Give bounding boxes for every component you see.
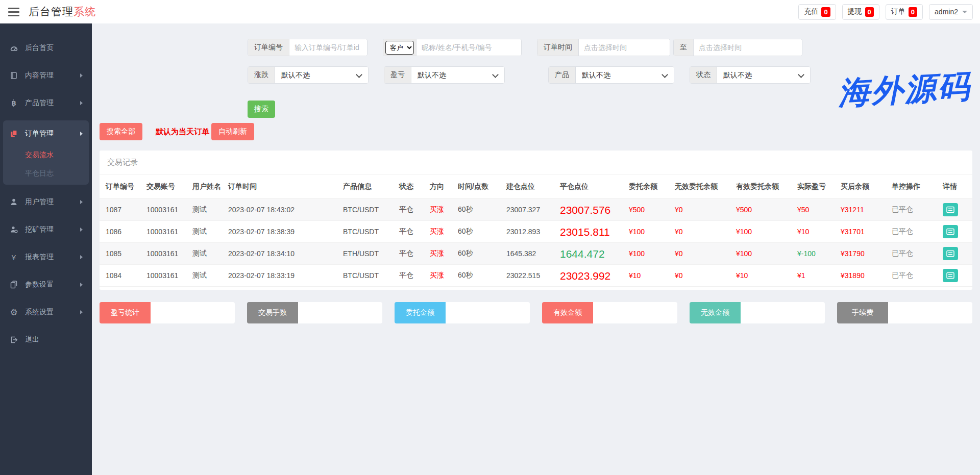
stat-fee: 手续费 (837, 302, 972, 323)
sidebar-item-order-management[interactable]: 订单管理 (3, 123, 89, 144)
order-id-filter: 订单编号 (248, 39, 368, 56)
orders-button[interactable]: 订单 0 (886, 4, 923, 20)
app-title: 后台管理系统 (29, 5, 96, 19)
detail-button[interactable] (943, 269, 958, 282)
product-select[interactable]: 默认不选 (576, 67, 674, 83)
order-time-label: 订单时间 (537, 39, 579, 56)
svg-text:B: B (11, 99, 16, 107)
table-row: 1084 10003161 测试 2023-02-07 18:33:19 BTC… (100, 265, 972, 287)
updown-label: 涨跌 (248, 67, 275, 83)
to-label: 至 (674, 39, 694, 56)
col-status: 状态 (397, 174, 428, 199)
chevron-right-icon (80, 255, 83, 259)
sidebar-subitem-close-log[interactable]: 平仓日志 (3, 164, 89, 183)
chevron-right-icon (80, 101, 83, 105)
col-account: 交易账号 (144, 174, 190, 199)
pnl-label: 盈亏 (384, 67, 411, 83)
search-button[interactable]: 搜索 (248, 101, 275, 118)
orders-copy-icon (9, 130, 18, 138)
col-time: 订单时间 (226, 174, 341, 199)
sidebar-item-system-settings[interactable]: ⚙ 系统设置 (0, 302, 92, 322)
stat-invalid-amount: 无效金额 (690, 302, 825, 323)
withdraw-button[interactable]: 提现 0 (842, 4, 879, 20)
product-filter: 产品 默认不选 (548, 66, 674, 84)
col-name: 用户姓名 (190, 174, 226, 199)
recharge-button[interactable]: 充值 0 (798, 4, 836, 20)
panel-title: 交易记录 (100, 151, 972, 174)
order-id-input[interactable] (289, 39, 367, 56)
start-time-input[interactable] (579, 39, 670, 56)
col-open: 建仓点位 (504, 174, 558, 199)
col-duration: 时间/点数 (456, 174, 504, 199)
sidebar-item-reports[interactable]: ¥ 报表管理 (0, 247, 92, 267)
col-profit: 实际盈亏 (795, 174, 839, 199)
order-time-filter: 订单时间 至 (537, 39, 802, 56)
sidebar-label: 参数设置 (25, 280, 80, 289)
orders-label: 订单 (891, 7, 905, 16)
user-menu[interactable]: admin2 (929, 4, 973, 20)
filter-form: 订单编号 客户 订单时间 (100, 23, 972, 84)
trade-records-panel: 交易记录 订单编号 交易账号 用户姓名 订单时间 产品信息 状态 (100, 151, 972, 290)
sidebar-subitem-trade-flow[interactable]: 交易流水 (3, 146, 89, 164)
sidebar-label: 退出 (25, 335, 83, 344)
table-row: 1087 10003161 测试 2023-02-07 18:43:02 BTC… (100, 199, 972, 221)
book-icon (9, 71, 18, 80)
trade-records-table: 订单编号 交易账号 用户姓名 订单时间 产品信息 状态 方向 时间/点数 建仓点… (100, 174, 972, 287)
sidebar-label: 报表管理 (25, 253, 80, 262)
col-close: 平仓点位 (558, 174, 627, 199)
summary-stats: 盈亏统计 交易手数 委托金额 有效金额 无效金额 手续费 (100, 302, 972, 323)
sidebar-item-mining[interactable]: 挖矿管理 (0, 219, 92, 240)
col-entrust: 委托余额 (627, 174, 673, 199)
updown-select[interactable]: 默认不选 (275, 67, 368, 83)
product-label: 产品 (549, 67, 576, 83)
orders-count-badge: 0 (909, 7, 917, 17)
sidebar-item-logout[interactable]: 退出 (0, 330, 92, 350)
sidebar-item-products[interactable]: B 产品管理 (0, 93, 92, 113)
pnl-select[interactable]: 默认不选 (411, 67, 504, 83)
app-title-suffix: 系统 (74, 6, 96, 17)
sidebar-item-content[interactable]: 内容管理 (0, 65, 92, 86)
app-title-prefix: 后台管理 (29, 6, 74, 17)
detail-button[interactable] (943, 203, 958, 216)
sidebar-item-parameters[interactable]: 参数设置 (0, 274, 92, 295)
customer-type-select[interactable]: 客户 (385, 41, 414, 55)
col-product: 产品信息 (341, 174, 397, 199)
sidebar-label: 挖矿管理 (25, 225, 80, 234)
auto-refresh-button[interactable]: 自动刷新 (211, 123, 254, 140)
top-header: 后台管理系统 充值 0 提现 0 订单 0 admin2 (0, 0, 980, 23)
pnl-filter: 盈亏 默认不选 (384, 66, 505, 84)
chevron-right-icon (80, 132, 83, 136)
withdraw-label: 提现 (848, 7, 862, 16)
withdraw-count-badge: 0 (865, 7, 874, 17)
default-today-note: 默认为当天订单 (156, 127, 209, 137)
table-row: 1086 10003161 测试 2023-02-07 18:38:39 BTC… (100, 221, 972, 243)
search-all-button[interactable]: 搜索全部 (100, 123, 142, 140)
hamburger-menu-icon[interactable] (7, 6, 20, 18)
gear-icon: ⚙ (9, 307, 18, 318)
miner-icon (9, 226, 18, 234)
sidebar-label: 系统设置 (25, 308, 80, 317)
detail-button[interactable] (943, 247, 958, 260)
sidebar-label: 后台首页 (25, 43, 83, 53)
end-time-input[interactable] (694, 39, 802, 56)
chevron-right-icon (80, 73, 83, 78)
sidebar-item-users[interactable]: 用户管理 (0, 192, 92, 212)
sidebar-label: 订单管理 (25, 129, 80, 138)
detail-button[interactable] (943, 225, 958, 238)
stat-trade-lots: 交易手数 (247, 302, 382, 323)
table-header-row: 订单编号 交易账号 用户姓名 订单时间 产品信息 状态 方向 时间/点数 建仓点… (100, 174, 972, 199)
col-invalid: 无效委托余额 (673, 174, 734, 199)
status-select[interactable]: 默认不选 (717, 67, 810, 83)
dashboard-icon (9, 44, 18, 52)
status-filter: 状态 默认不选 (690, 66, 811, 84)
updown-filter: 涨跌 默认不选 (248, 66, 369, 84)
logout-icon (9, 336, 18, 344)
stat-entrust-amount: 委托金额 (395, 302, 530, 323)
recharge-label: 充值 (804, 7, 818, 16)
customer-filter: 客户 (383, 39, 522, 56)
sidebar-item-dashboard[interactable]: 后台首页 (0, 38, 92, 58)
main-content: 海外源码 订单编号 客户 订单时间 (92, 23, 980, 475)
col-valid: 有效委托余额 (734, 174, 795, 199)
customer-keyword-input[interactable] (416, 39, 521, 56)
chevron-right-icon (80, 283, 83, 287)
